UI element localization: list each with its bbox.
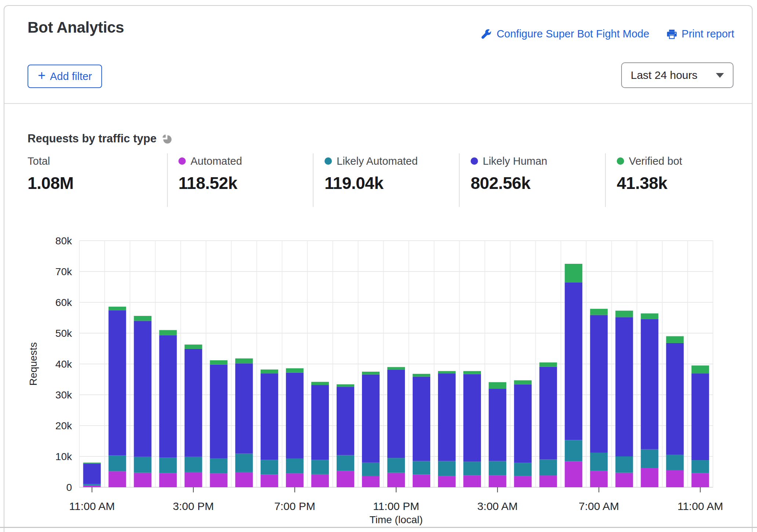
bar-segment-likely-automated xyxy=(641,449,658,468)
bar-segment-likely-human xyxy=(261,374,278,460)
bar-segment-verified-bot xyxy=(159,330,177,335)
bar-segment-automated xyxy=(337,471,354,487)
likely-human-dot-icon xyxy=(471,157,478,165)
bar-segment-likely-automated xyxy=(489,461,506,475)
requests-by-traffic-type-chart: 010k20k30k40k50k60k70k80k11:00 AM3:00 PM… xyxy=(22,227,734,532)
bar-segment-likely-human xyxy=(565,282,582,440)
time-range-select[interactable]: Last 24 hours xyxy=(621,62,734,88)
add-filter-label: Add filter xyxy=(50,70,92,83)
x-axis-tick-label: 3:00 AM xyxy=(477,500,518,512)
bar-segment-likely-human xyxy=(615,317,633,456)
bar-segment-verified-bot xyxy=(438,371,456,374)
plus-icon: + xyxy=(38,68,46,83)
bar-segment-automated xyxy=(514,476,532,487)
bar-segment-automated xyxy=(615,473,633,487)
bar-segment-likely-automated xyxy=(286,459,304,473)
bar-segment-likely-human xyxy=(438,374,456,461)
bar-segment-likely-human xyxy=(463,374,481,462)
bar-segment-automated xyxy=(185,472,202,487)
add-filter-button[interactable]: + Add filter xyxy=(28,65,102,88)
bar-segment-likely-automated xyxy=(134,457,152,473)
stat-divider xyxy=(167,153,168,207)
bar-segment-likely-human xyxy=(413,376,430,461)
bar-segment-verified-bot xyxy=(387,367,405,370)
bar-segment-automated xyxy=(489,475,506,487)
bar-segment-likely-automated xyxy=(83,484,101,486)
bar-segment-likely-automated xyxy=(261,460,278,474)
bar-segment-automated xyxy=(286,473,304,487)
stat-label: Automated xyxy=(178,154,242,168)
stat-value: 119.04k xyxy=(325,173,418,193)
header-divider xyxy=(4,103,752,104)
y-axis-tick-label: 50k xyxy=(55,328,72,339)
bar-segment-automated xyxy=(539,475,557,487)
bar-segment-likely-human xyxy=(210,365,228,458)
stat-divider xyxy=(313,153,314,207)
printer-icon xyxy=(666,29,677,40)
bar-segment-likely-human xyxy=(514,384,532,463)
bar-segment-automated xyxy=(261,475,278,487)
bar-segment-verified-bot xyxy=(666,336,684,343)
bar-segment-verified-bot xyxy=(413,374,430,377)
bar-segment-automated xyxy=(463,475,481,487)
y-axis-tick-label: 40k xyxy=(55,358,72,370)
bar-segment-likely-automated xyxy=(362,463,380,476)
bar-segment-verified-bot xyxy=(615,311,633,317)
next-section-divider xyxy=(0,527,757,528)
x-axis-tick-label: 7:00 AM xyxy=(579,500,619,512)
bar-segment-likely-human xyxy=(489,389,506,461)
x-axis-tick-label: 11:00 AM xyxy=(69,500,115,512)
bar-segment-likely-automated xyxy=(311,460,329,474)
x-axis-tick-label: 3:00 PM xyxy=(173,500,214,512)
bar-segment-likely-human xyxy=(590,315,608,452)
bar-segment-likely-automated xyxy=(185,457,202,472)
bar-segment-likely-automated xyxy=(615,456,633,473)
configure-super-bot-fight-mode-link[interactable]: Configure Super Bot Fight Mode xyxy=(481,28,649,40)
y-axis-tick-label: 60k xyxy=(55,297,72,308)
stat-value: 1.08M xyxy=(28,173,73,193)
stat-automated: Automated 118.52k xyxy=(178,154,242,193)
bar-segment-verified-bot xyxy=(109,307,126,310)
y-axis-tick-label: 30k xyxy=(55,389,72,401)
bar-segment-automated xyxy=(83,486,101,487)
bar-segment-likely-automated xyxy=(387,458,405,473)
bar-segment-likely-automated xyxy=(590,453,608,471)
stat-divider xyxy=(605,153,606,207)
y-axis-tick-label: 10k xyxy=(55,451,72,462)
print-report-link[interactable]: Print report xyxy=(666,28,734,40)
stat-value: 118.52k xyxy=(178,173,242,193)
bar-segment-verified-bot xyxy=(691,365,709,374)
bar-segment-likely-human xyxy=(159,335,177,458)
bar-segment-verified-bot xyxy=(210,360,228,365)
bar-segment-verified-bot xyxy=(514,380,532,385)
bar-segment-verified-bot xyxy=(463,371,481,374)
page-title: Bot Analytics xyxy=(28,18,124,37)
x-axis-tick-label: 11:00 PM xyxy=(373,500,419,512)
bar-segment-automated xyxy=(159,473,177,487)
chart-bars xyxy=(83,264,709,487)
section-title-label: Requests by traffic type xyxy=(28,132,156,145)
chevron-down-icon xyxy=(716,73,724,78)
bar-segment-likely-human xyxy=(387,370,405,458)
bar-segment-automated xyxy=(387,473,405,487)
bar-segment-automated xyxy=(362,476,380,487)
bar-segment-verified-bot xyxy=(261,369,278,374)
bar-segment-verified-bot xyxy=(83,463,101,464)
bar-segment-verified-bot xyxy=(134,316,152,321)
time-range-value: Last 24 hours xyxy=(631,69,716,81)
bar-segment-likely-human xyxy=(641,319,658,449)
bar-segment-likely-automated xyxy=(159,458,177,473)
bar-segment-likely-automated xyxy=(565,440,582,461)
bar-segment-likely-human xyxy=(235,363,253,453)
pie-chart-icon xyxy=(162,134,173,145)
stat-label: Total xyxy=(28,154,73,168)
bar-segment-automated xyxy=(311,474,329,487)
bar-segment-automated xyxy=(235,472,253,487)
bar-segment-automated xyxy=(565,461,582,487)
bar-segment-verified-bot xyxy=(539,362,557,367)
wrench-icon xyxy=(481,28,492,40)
bar-segment-likely-automated xyxy=(539,459,557,475)
stat-total: Total 1.08M xyxy=(28,154,73,193)
bar-segment-likely-automated xyxy=(337,455,354,471)
stat-value: 41.38k xyxy=(617,173,682,193)
